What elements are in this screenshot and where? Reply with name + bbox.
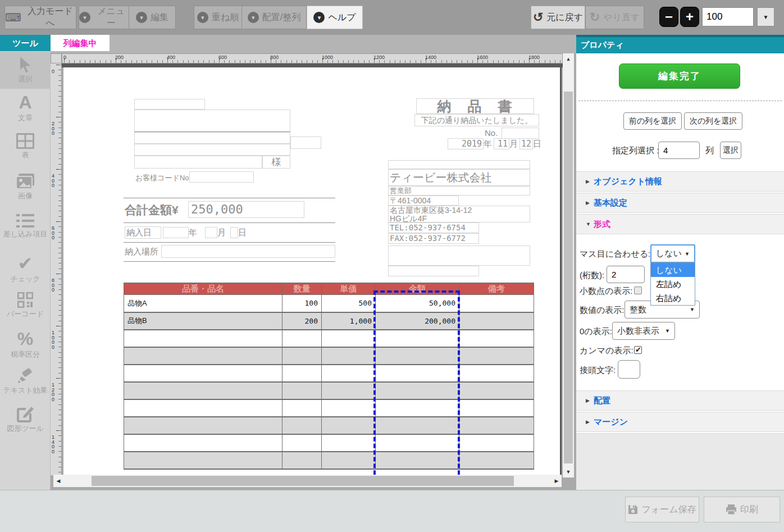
total-label[interactable]: 合計金額¥ — [125, 202, 179, 218]
menu-button[interactable]: ▾ メニュー — [79, 6, 129, 29]
company-field[interactable] — [388, 160, 530, 169]
section-layout[interactable]: ▶ 配置 — [576, 390, 784, 411]
tool-image[interactable]: 画像 — [0, 173, 51, 201]
tool-text[interactable]: A 文章 — [0, 93, 51, 123]
tool-select[interactable]: 選択 — [0, 52, 51, 89]
customer-code-label[interactable]: お客様コードNo. — [135, 173, 191, 183]
tool-merge-field[interactable]: 差し込み項目 — [0, 213, 51, 239]
dropdown-option[interactable]: 左詰め — [651, 277, 695, 291]
cell-note[interactable] — [459, 417, 534, 434]
cell-note[interactable] — [459, 330, 534, 347]
cell-unit-price[interactable] — [322, 452, 376, 469]
zoom-dropdown-button[interactable]: ▼ — [757, 7, 774, 26]
cell-note[interactable] — [459, 312, 534, 330]
customer-field[interactable] — [134, 132, 290, 144]
scroll-left-arrow[interactable]: ◀ — [53, 475, 63, 487]
company-field[interactable] — [388, 245, 530, 266]
cell-unit-price[interactable] — [322, 365, 376, 382]
edit-button[interactable]: ▾ 編集 — [129, 6, 176, 29]
company-postal[interactable]: 〒461-0004 — [388, 195, 459, 206]
customer-field[interactable] — [290, 137, 321, 149]
next-column-button[interactable]: 次の列を選択 — [684, 112, 742, 130]
cell-note[interactable] — [459, 365, 534, 382]
invoice-date-row[interactable]: 2019年 11月 12日 — [448, 138, 541, 150]
horizontal-scrollbar[interactable]: ◀ ▶ — [53, 475, 562, 487]
cell-qty[interactable] — [282, 365, 322, 382]
table-row[interactable]: 品物A 100 500 50,000 — [124, 295, 534, 312]
col-header-qty[interactable]: 数量 — [282, 283, 322, 295]
table-row[interactable] — [124, 382, 534, 399]
items-table[interactable]: 品番・品名 数量 単価 金額 備考 品物A 100 500 50,000 — [124, 283, 534, 470]
document-paper[interactable]: 納 品 書 下記の通り納品いたしました。 No. 2019年 11月 12日 様… — [63, 67, 562, 475]
cell-note[interactable] — [459, 295, 534, 312]
tab-tools[interactable]: ツール — [0, 35, 51, 51]
tool-table[interactable]: 表 — [0, 133, 51, 160]
dropdown-option[interactable]: しない — [651, 263, 695, 277]
invoice-no-label[interactable]: No. — [485, 128, 498, 138]
comma-display-checkbox[interactable] — [634, 346, 642, 354]
cell-item-name[interactable] — [124, 382, 282, 399]
col-header-item[interactable]: 品番・品名 — [124, 283, 282, 295]
section-basic-settings[interactable]: ▶ 基本設定 — [576, 193, 784, 213]
company-fax[interactable]: FAX:052-937-6772 — [388, 233, 479, 244]
col-header-note[interactable]: 備考 — [459, 283, 534, 295]
table-row[interactable] — [124, 452, 534, 469]
selected-column-marquee[interactable] — [373, 290, 460, 475]
cell-note[interactable] — [459, 382, 534, 399]
cell-unit-price[interactable]: 1,000 — [322, 312, 376, 330]
section-object-info[interactable]: ▶ オブジェクト情報 — [576, 171, 784, 192]
cell-item-name[interactable]: 品物B — [124, 312, 282, 330]
cell-unit-price[interactable] — [322, 399, 376, 417]
section-format[interactable]: ▼ 形式 — [576, 214, 784, 234]
cell-note[interactable] — [459, 347, 534, 365]
arrange-align-button[interactable]: ▾ 配置/整列 — [241, 6, 307, 29]
tool-barcode[interactable]: バーコード — [0, 292, 51, 319]
cell-item-name[interactable] — [124, 365, 282, 382]
stack-order-button[interactable]: ▾ 重ね順 — [194, 6, 242, 29]
decimal-display-checkbox[interactable] — [634, 287, 642, 294]
undo-button[interactable]: ↺ 元に戻す — [531, 6, 585, 29]
customer-code-field[interactable] — [189, 171, 254, 183]
digits-input[interactable] — [607, 266, 645, 283]
scroll-right-arrow[interactable]: ▶ — [551, 475, 562, 487]
cell-note[interactable] — [459, 434, 534, 452]
table-row[interactable] — [124, 330, 534, 347]
cell-qty[interactable] — [282, 452, 322, 469]
table-row[interactable] — [124, 399, 534, 417]
honorific-label[interactable]: 様 — [262, 156, 290, 169]
cell-item-name[interactable] — [124, 330, 282, 347]
invoice-no-field[interactable] — [502, 128, 539, 139]
invoice-subtitle[interactable]: 下記の通り納品いたしました。 — [414, 114, 539, 126]
redo-button[interactable]: ↻ やり直す — [585, 6, 644, 29]
cell-unit-price[interactable] — [322, 434, 376, 452]
save-form-button[interactable]: フォーム保存 — [625, 497, 699, 522]
cell-item-name[interactable] — [124, 347, 282, 365]
cell-qty[interactable] — [282, 399, 322, 417]
company-field[interactable] — [388, 266, 479, 276]
cell-item-name[interactable] — [124, 399, 282, 417]
dropdown-option[interactable]: 右詰め — [651, 291, 695, 305]
delivery-date-row[interactable]: 納入日 年 月 日 — [125, 226, 247, 239]
cell-item-name[interactable]: 品物A — [124, 295, 282, 312]
column-number-input[interactable] — [658, 142, 700, 159]
delivery-place-label[interactable]: 納入場所 — [125, 247, 158, 257]
table-row[interactable]: 品物B 200 1,000 200,000 — [124, 312, 534, 330]
tool-text-effect[interactable]: テキスト効果 — [0, 369, 51, 395]
select-column-button[interactable]: 選択 — [720, 142, 741, 159]
cell-unit-price[interactable] — [322, 330, 376, 347]
table-row[interactable] — [124, 434, 534, 452]
cell-qty[interactable] — [282, 347, 322, 365]
scroll-up-arrow[interactable]: ▲ — [563, 53, 574, 65]
company-dept[interactable]: 営業部 — [388, 186, 530, 195]
scroll-down-arrow[interactable]: ▼ — [563, 466, 574, 478]
customer-name-field[interactable] — [134, 156, 262, 169]
company-name[interactable]: ティービー株式会社 — [388, 169, 530, 186]
zoom-out-button[interactable]: − — [659, 7, 678, 27]
cell-item-name[interactable] — [124, 417, 282, 434]
invoice-title[interactable]: 納 品 書 — [416, 98, 534, 114]
cell-qty[interactable]: 100 — [282, 295, 322, 312]
cell-note[interactable] — [459, 399, 534, 417]
prefix-input[interactable] — [618, 360, 640, 379]
cell-qty[interactable] — [282, 417, 322, 434]
delivery-place-field[interactable] — [161, 245, 335, 258]
